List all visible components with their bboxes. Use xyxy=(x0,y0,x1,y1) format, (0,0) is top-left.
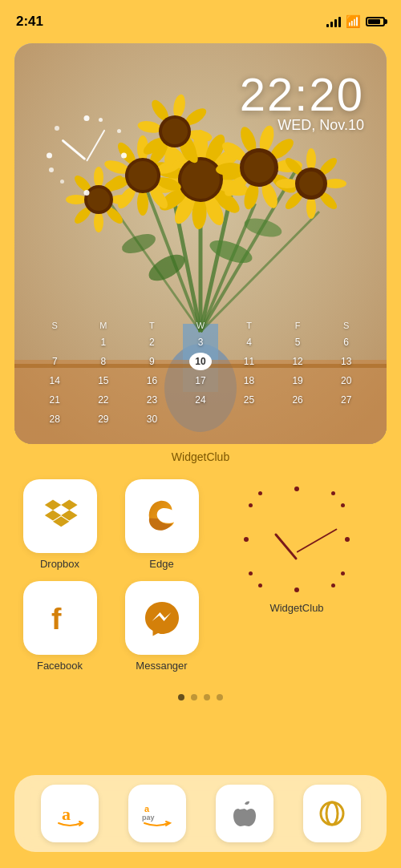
dock-opera[interactable] xyxy=(303,785,361,842)
cal-day-cell: 22 xyxy=(92,391,115,409)
svg-point-95 xyxy=(321,802,343,825)
cal-day-cell: 21 xyxy=(43,391,66,409)
cal-day-cell: 12 xyxy=(286,353,309,370)
app-facebook-icon[interactable]: f xyxy=(23,581,97,655)
cal-day-cell: 14 xyxy=(43,372,66,390)
calendar-header: S M T W T F S xyxy=(30,321,371,330)
calendar-week-row: 21222324252627 xyxy=(30,391,371,409)
widget-clock-date: WED, Nov.10 xyxy=(277,117,364,134)
dock-amazonpay[interactable]: a pay xyxy=(128,785,186,842)
calendar-week-row: 14151617181920 xyxy=(30,372,371,390)
messenger-logo xyxy=(142,598,182,638)
cal-day-cell: 3 xyxy=(189,333,212,351)
cal-day-cell: 10 xyxy=(189,353,212,370)
app-dropbox-icon[interactable] xyxy=(23,479,97,553)
cal-day-m: M xyxy=(92,321,115,330)
calendar-overlay: S M T W T F S 12345678910111213141516171… xyxy=(30,321,371,430)
calendar-week-row: 123456 xyxy=(30,333,371,351)
cal-day-cell xyxy=(238,410,261,428)
cal-day-cell: 18 xyxy=(238,372,261,390)
app-messenger-wrapper[interactable]: Messanger xyxy=(116,581,207,672)
svg-point-96 xyxy=(326,802,338,825)
cal-day-cell: 1 xyxy=(92,333,115,351)
clock-widget-label: WidgetClub xyxy=(269,602,323,614)
cal-day-t2: T xyxy=(238,321,261,330)
battery-icon xyxy=(366,17,385,26)
status-time: 2:41 xyxy=(16,14,43,30)
cal-day-f: F xyxy=(286,321,309,330)
cal-day-cell: 9 xyxy=(140,353,163,370)
cal-day-cell: 8 xyxy=(92,353,115,370)
cal-day-cell: 2 xyxy=(140,333,163,351)
svg-text:f: f xyxy=(51,602,62,636)
amazonpay-logo: a pay xyxy=(140,796,175,831)
cal-day-s1: S xyxy=(43,321,66,330)
cal-day-t1: T xyxy=(140,321,163,330)
cal-day-cell: 25 xyxy=(238,391,261,409)
calendar-week-row: 282930 xyxy=(30,410,371,428)
page-dot-2[interactable] xyxy=(204,694,210,700)
cal-day-cell xyxy=(286,410,309,428)
app-messenger-icon[interactable] xyxy=(125,581,199,655)
cal-day-cell: 19 xyxy=(286,372,309,390)
dock: a a pay xyxy=(14,775,387,852)
cal-day-cell: 6 xyxy=(335,333,358,351)
cal-day-cell: 15 xyxy=(92,372,115,390)
app-facebook-wrapper[interactable]: f Facebook xyxy=(14,581,105,672)
dock-amazon[interactable]: a xyxy=(41,785,99,842)
cal-day-cell: 20 xyxy=(335,372,358,390)
cal-day-w: W xyxy=(189,321,212,330)
svg-text:a: a xyxy=(62,804,71,824)
cal-day-cell: 4 xyxy=(238,333,261,351)
signal-icon xyxy=(326,16,341,27)
cal-day-s2: S xyxy=(335,321,358,330)
cal-day-cell: 7 xyxy=(43,353,66,370)
app-edge-wrapper[interactable]: Edge xyxy=(116,479,207,570)
cal-day-cell: 11 xyxy=(238,353,261,370)
app-icons-left: Dropbox Edge xyxy=(14,479,207,672)
clock-widget: WidgetClub xyxy=(207,479,387,614)
app-edge-icon[interactable] xyxy=(125,479,199,553)
analog-clock-face xyxy=(241,483,353,595)
app-grid: Dropbox Edge xyxy=(0,463,401,672)
calendar-week-row: 78910111213 xyxy=(30,353,371,370)
widgetclub-label-top: WidgetClub xyxy=(0,450,401,463)
wifi-icon: 📶 xyxy=(346,14,361,29)
edge-logo xyxy=(142,496,182,536)
page-dot-3[interactable] xyxy=(217,694,223,700)
cal-day-cell: 28 xyxy=(43,410,66,428)
cal-day-cell: 17 xyxy=(189,372,212,390)
edge-label: Edge xyxy=(149,558,173,570)
cal-day-cell xyxy=(189,410,212,428)
cal-day-cell xyxy=(335,410,358,428)
status-bar: 2:41 📶 xyxy=(0,0,401,35)
cal-day-cell: 27 xyxy=(335,391,358,409)
app-dropbox-wrapper[interactable]: Dropbox xyxy=(14,479,105,570)
widget-card[interactable]: 22:20 WED, Nov.10 S M T W T F S 12345678… xyxy=(14,43,387,444)
cal-day-cell: 5 xyxy=(286,333,309,351)
cal-day-cell: 13 xyxy=(335,353,358,370)
cal-day-cell: 29 xyxy=(92,410,115,428)
apple-logo xyxy=(227,796,262,831)
page-dot-1[interactable] xyxy=(191,694,197,700)
cal-day-cell: 16 xyxy=(140,372,163,390)
svg-text:a: a xyxy=(144,804,150,813)
dock-apple[interactable] xyxy=(216,785,273,842)
status-icons: 📶 xyxy=(326,14,385,29)
opera-logo xyxy=(314,796,350,831)
svg-text:pay: pay xyxy=(142,813,155,822)
calendar-rows: 1234567891011121314151617181920212223242… xyxy=(30,333,371,428)
amazon-logo: a xyxy=(52,796,87,831)
dropbox-label: Dropbox xyxy=(40,558,79,570)
cal-day-cell: 30 xyxy=(140,410,163,428)
page-dot-0[interactable] xyxy=(178,694,184,700)
dropbox-logo xyxy=(41,497,79,535)
cal-day-cell xyxy=(43,333,66,351)
page-dots xyxy=(0,694,401,700)
cal-day-cell: 24 xyxy=(189,391,212,409)
widget-clock-time: 22:20 xyxy=(240,67,364,121)
facebook-logo: f xyxy=(40,598,80,638)
messenger-label: Messanger xyxy=(136,660,187,672)
cal-day-cell: 26 xyxy=(286,391,309,409)
cal-day-cell: 23 xyxy=(140,391,163,409)
